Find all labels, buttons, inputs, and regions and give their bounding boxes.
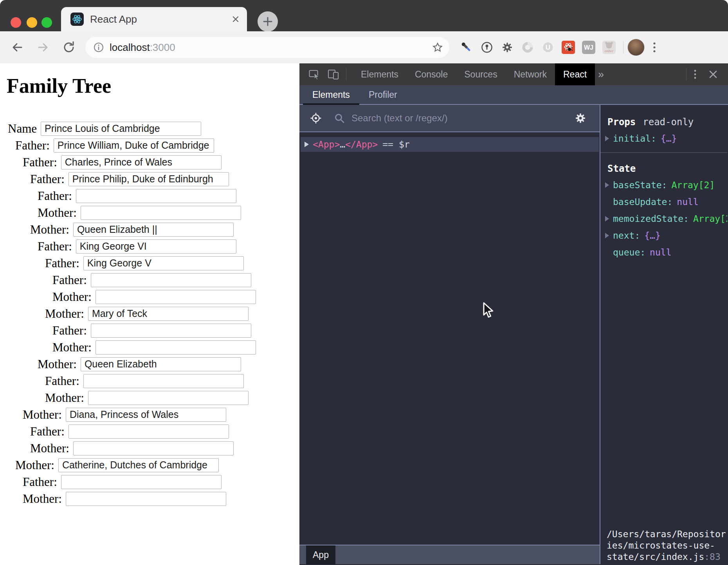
bookmark-star-icon[interactable] xyxy=(432,42,443,53)
settings-gear-icon[interactable] xyxy=(574,112,587,124)
devtools-tab-network[interactable]: Network xyxy=(506,63,555,85)
browser-tab[interactable]: React App xyxy=(61,7,247,31)
expand-arrow-icon[interactable] xyxy=(605,136,609,141)
react-devtools-extension-icon[interactable] xyxy=(560,39,577,56)
new-tab-button[interactable] xyxy=(258,11,278,32)
locate-component-icon[interactable] xyxy=(310,112,322,124)
inspect-element-icon[interactable] xyxy=(308,68,320,80)
state-row[interactable]: baseUpdate:null xyxy=(600,193,727,210)
expand-arrow-icon[interactable] xyxy=(605,233,609,238)
family-row-label: Mother: xyxy=(23,492,62,506)
family-row-input[interactable] xyxy=(76,189,236,203)
onepassword-extension-icon[interactable] xyxy=(478,39,496,56)
devtools-tab-react[interactable]: React xyxy=(555,63,595,85)
family-row-input[interactable] xyxy=(81,206,241,220)
family-row-label: Mother: xyxy=(52,340,92,354)
tree-row-app[interactable]: <App> … </App> == $r xyxy=(301,137,599,152)
breadcrumb-app[interactable]: App xyxy=(306,545,335,564)
family-row-input[interactable] xyxy=(68,172,229,186)
family-row: Father: xyxy=(0,372,299,389)
forward-button[interactable] xyxy=(36,40,50,54)
tab-close-icon[interactable] xyxy=(231,15,240,23)
browser-window: React App localhost:3000 xyxy=(0,0,728,565)
family-row-input[interactable] xyxy=(81,357,241,371)
site-info-icon[interactable] xyxy=(93,42,104,53)
swirl-extension-icon[interactable] xyxy=(519,39,536,56)
source-file-path[interactable]: /Users/taras/Repositor ies/microstates-u… xyxy=(607,529,727,563)
profile-avatar[interactable] xyxy=(627,39,645,56)
close-window-button[interactable] xyxy=(11,17,21,28)
react-subtab-elements[interactable]: Elements xyxy=(303,85,359,104)
devtools-tab-sources[interactable]: Sources xyxy=(456,63,505,85)
family-row-label: Father: xyxy=(52,324,87,338)
ublock-extension-icon[interactable]: U xyxy=(539,39,557,56)
source-path-line: /Users/taras/Repositor xyxy=(607,529,727,540)
page-content: Family Tree NameFather:Father:Father:Fat… xyxy=(0,63,299,565)
state-row[interactable]: queue:null xyxy=(600,244,727,261)
family-row-input[interactable] xyxy=(54,139,214,153)
family-row: Mother: xyxy=(0,490,299,507)
family-row: Mother: xyxy=(0,288,299,305)
devtools-menu-icon[interactable] xyxy=(693,68,697,80)
state-title: State xyxy=(600,153,727,174)
state-key: next: xyxy=(613,230,640,241)
family-row-input[interactable] xyxy=(96,340,256,354)
more-tabs-chevron[interactable]: » xyxy=(598,68,604,81)
family-row-input[interactable] xyxy=(91,324,251,338)
family-row-input[interactable] xyxy=(66,408,226,422)
family-row-input[interactable] xyxy=(91,273,251,287)
family-row-label: Father: xyxy=(23,155,57,169)
family-row: Mother: xyxy=(0,305,299,322)
colorpicker-extension-icon[interactable] xyxy=(458,39,475,56)
wj-extension-icon[interactable]: WJ xyxy=(580,39,597,56)
family-row-input[interactable] xyxy=(61,475,222,489)
browser-menu-icon[interactable] xyxy=(652,41,657,54)
family-row-input[interactable] xyxy=(88,307,249,321)
state-value: Array[2] xyxy=(693,214,727,224)
expand-arrow-icon[interactable] xyxy=(605,216,609,221)
family-row: Mother: xyxy=(0,204,299,221)
react-subtab-profiler[interactable]: Profiler xyxy=(359,85,407,104)
ember-extension-icon[interactable]: ember xyxy=(600,39,618,56)
react-favicon-icon xyxy=(70,13,84,26)
expand-arrow-icon[interactable] xyxy=(605,182,609,188)
gear-extension-icon[interactable] xyxy=(499,39,516,56)
devtools-tab-elements[interactable]: Elements xyxy=(353,63,407,85)
family-row-input[interactable] xyxy=(41,122,201,136)
state-row[interactable]: next:{…} xyxy=(600,227,727,244)
family-row: Mother: xyxy=(0,406,299,423)
family-row-input[interactable] xyxy=(73,223,234,237)
prop-row[interactable]: initial:{…} xyxy=(600,130,727,147)
family-row-input[interactable] xyxy=(76,239,236,254)
equals-sign: == xyxy=(382,139,393,149)
family-row-label: Mother: xyxy=(30,441,69,455)
minimize-window-button[interactable] xyxy=(27,17,37,28)
react-search-input[interactable] xyxy=(351,112,574,124)
state-value: Array[2] xyxy=(671,180,715,190)
family-row-input[interactable] xyxy=(58,458,219,472)
family-row-input[interactable] xyxy=(83,256,244,270)
family-row-input[interactable] xyxy=(73,441,234,455)
component-tree: <App> … </App> == $r xyxy=(299,132,600,545)
devtools-tab-console[interactable]: Console xyxy=(407,63,456,85)
state-row[interactable]: memoizedState:Array[2] xyxy=(600,210,727,227)
expand-arrow-icon[interactable] xyxy=(305,142,309,147)
reload-button[interactable] xyxy=(62,40,76,54)
family-row-input[interactable] xyxy=(66,492,226,506)
back-button[interactable] xyxy=(10,40,24,54)
expand-arrow-placeholder xyxy=(605,199,609,205)
state-row[interactable]: baseState:Array[2] xyxy=(600,176,727,193)
devtools-close-icon[interactable] xyxy=(708,70,718,79)
family-row-input[interactable] xyxy=(61,155,222,169)
state-value: null xyxy=(677,197,698,207)
fullscreen-window-button[interactable] xyxy=(41,17,52,28)
family-row: Father: xyxy=(0,238,299,255)
family-row: Father: xyxy=(0,255,299,272)
state-value: {…} xyxy=(644,230,661,241)
device-toolbar-icon[interactable] xyxy=(327,68,340,80)
family-row-input[interactable] xyxy=(68,425,229,439)
family-row-input[interactable] xyxy=(88,391,249,405)
family-row-input[interactable] xyxy=(96,290,256,304)
family-row-input[interactable] xyxy=(83,374,244,388)
url-bar[interactable]: localhost:3000 xyxy=(85,37,449,58)
